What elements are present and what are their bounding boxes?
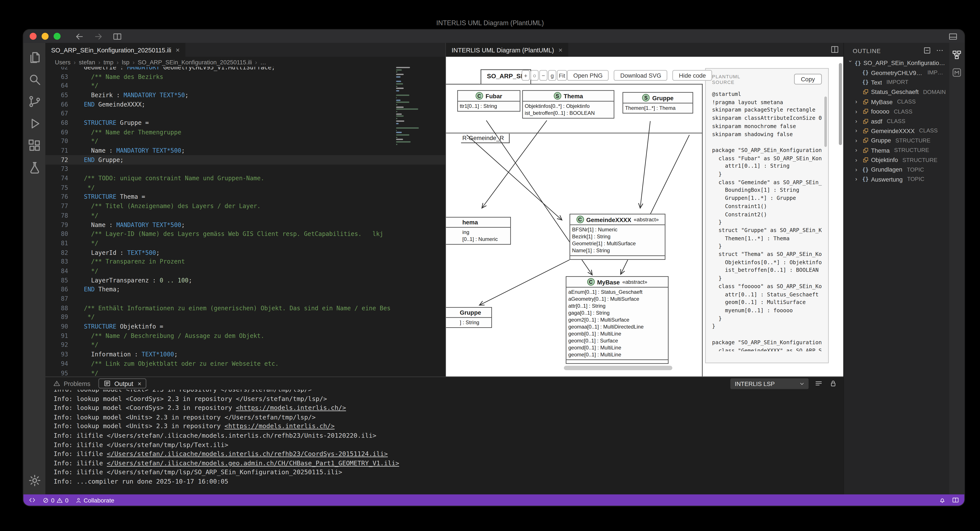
code-token: Bezirk : — [84, 91, 124, 98]
outline-item-asdf[interactable]: ›asdfCLASS — [844, 116, 949, 126]
hide-code-button[interactable]: Hide code — [673, 70, 712, 81]
breadcrumb-item-stefan[interactable]: stefan — [79, 58, 95, 65]
preview-zoom-button[interactable]: + — [522, 70, 530, 81]
problems-status[interactable]: 0 0 — [42, 497, 68, 504]
activity-scm-icon[interactable] — [27, 94, 42, 109]
preview-zoom-button[interactable]: g — [548, 70, 556, 81]
line-number: 76 — [45, 193, 68, 200]
breadcrumb-item-lsp[interactable]: lsp — [122, 58, 129, 65]
panel-toggle-icon[interactable] — [948, 31, 958, 41]
more-actions-icon[interactable] — [935, 46, 944, 55]
collapse-all-icon[interactable] — [923, 46, 932, 55]
lock-icon[interactable] — [829, 379, 838, 388]
chevron-right-icon[interactable]: › — [855, 137, 862, 144]
activity-beaker-icon[interactable] — [27, 160, 42, 175]
back-icon[interactable] — [75, 31, 84, 41]
class-glyph — [862, 156, 869, 163]
source-line: Objektinfos[0..*] : Objektinfo — [712, 258, 822, 266]
chevron-right-icon[interactable]: › — [855, 176, 862, 183]
m-logo-icon[interactable] — [951, 67, 963, 78]
outline-item-status-geschaeft[interactable]: Status_GeschaeftDOMAIN — [844, 87, 949, 97]
panel-tab-output[interactable]: Output× — [99, 378, 146, 388]
chevron-right-icon[interactable]: › — [855, 167, 862, 173]
download-svg-button[interactable]: Download SVG — [614, 70, 667, 81]
log-link[interactable]: </Users/stefan/.ilicache/models.geo.admi… — [107, 459, 399, 466]
panel-tab-problems[interactable]: Problems — [53, 380, 91, 387]
close-icon[interactable]: × — [176, 46, 180, 53]
chevron-down-icon[interactable]: › — [847, 60, 854, 67]
chevron-right-icon[interactable]: › — [855, 99, 862, 105]
breadcrumb-item-users[interactable]: Users — [55, 58, 70, 65]
breadcrumb-item-so-arp-sein-konfiguration-20250115-ili[interactable]: SO_ARP_SEin_Konfiguration_20250115.ili — [138, 58, 252, 65]
output-channel-select[interactable]: INTERLIS LSP — [730, 378, 809, 389]
outline-item-fooooo[interactable]: ›foooooCLASS — [844, 107, 949, 116]
remote-icon[interactable] — [29, 496, 36, 504]
close-icon[interactable]: × — [558, 46, 563, 53]
outline-item-mybase[interactable]: ›MyBaseCLASS — [844, 97, 949, 107]
outline-item-thema[interactable]: ›ThemaSTRUCTURE — [844, 145, 949, 155]
source-scrollbar[interactable] — [824, 97, 827, 147]
activity-search-icon[interactable] — [27, 72, 42, 87]
line-number: 77 — [45, 202, 68, 210]
breadcrumb-item-item[interactable]: … — [260, 58, 266, 65]
outline-item-gruppe[interactable]: ›GruppeSTRUCTURE — [844, 136, 949, 145]
chevron-down-icon — [799, 380, 805, 387]
uml-class-header: SGruppe — [623, 93, 692, 103]
copy-button[interactable]: Copy — [794, 74, 822, 84]
breadcrumb-item-tmp[interactable]: tmp — [103, 58, 113, 65]
log-link[interactable]: <https://models.interlis.ch/> — [224, 423, 334, 430]
structure-icon[interactable] — [951, 49, 963, 60]
source-line: Constraint2() — [712, 210, 822, 218]
log-link[interactable]: <https://models.interlis.ch/> — [236, 404, 346, 411]
preview-scrollbar[interactable] — [839, 63, 842, 145]
code-line: 67 — [45, 109, 445, 118]
minimap[interactable] — [396, 67, 445, 377]
class-glyph — [862, 89, 869, 95]
split-editor-icon[interactable] — [830, 45, 840, 54]
outline-item-so-arp-sein-konfiguration-2[interactable]: ›{}SO_ARP_SEin_Konfiguration_2 — [844, 58, 949, 68]
activity-debug-icon[interactable] — [27, 116, 42, 131]
code-token: MANDATORY — [127, 67, 163, 70]
minimap-line — [396, 102, 409, 103]
braces-glyph: {} — [862, 69, 869, 76]
preview-zoom-button[interactable]: − — [539, 70, 547, 81]
code-editor[interactable]: 62Geometrie : MANDATORY GeometryCHLV95_V… — [45, 67, 445, 377]
tab-uml-diagram[interactable]: INTERLIS UML Diagram (PlantUML) × — [446, 43, 568, 57]
activity-gear-icon[interactable] — [27, 473, 42, 488]
panel-tab-label: Output — [115, 380, 133, 387]
outline-item-geometrychlv95-v1[interactable]: {}GeometryCHLV95_V1IMPORT — [844, 68, 949, 78]
diagram-horizontal-scrollbar[interactable] — [564, 366, 673, 370]
chevron-right-icon[interactable]: › — [855, 118, 862, 124]
chevron-right-icon[interactable]: › — [855, 147, 862, 153]
close-window-button[interactable] — [30, 33, 37, 40]
log-link[interactable]: </Users/stefan/.ilicache/models.interlis… — [107, 450, 388, 457]
chevron-right-icon[interactable]: › — [855, 157, 862, 163]
minimize-window-button[interactable] — [41, 33, 48, 40]
breadcrumb[interactable]: Users›stefan›tmp›lsp›SO_ARP_SEin_Konfigu… — [45, 57, 445, 67]
outline-item-grundlagen[interactable]: ›{}GrundlagenTOPIC — [844, 165, 949, 175]
activity-extensions-icon[interactable] — [27, 138, 42, 153]
outline-item-auswertung[interactable]: ›{}AuswertungTOPIC — [844, 174, 949, 184]
outline-item-gemeindexxxx[interactable]: ›GemeindeXXXXCLASS — [844, 126, 949, 136]
chevron-right-icon[interactable]: › — [855, 108, 862, 114]
output-view[interactable]: Info: lookup model <Text> 2.3 in reposit… — [45, 390, 843, 494]
forward-icon[interactable] — [93, 31, 103, 41]
uml-class-hema: hemaing[0..1] : Numeric — [446, 217, 511, 245]
close-icon[interactable]: × — [138, 380, 142, 387]
collaborate-button[interactable]: Collaborate — [75, 497, 115, 504]
tab-ili-file[interactable]: SO_ARP_SEin_Konfiguration_20250115.ili × — [45, 43, 186, 57]
activity-files-icon[interactable] — [27, 50, 42, 65]
namespace-symbol-icon: {} — [855, 60, 864, 66]
preview-zoom-button[interactable]: Fit — [557, 70, 567, 81]
notifications-icon[interactable] — [939, 496, 946, 504]
chevron-right-icon[interactable]: › — [855, 128, 862, 134]
outline-item-text[interactable]: {}TextIMPORT — [844, 78, 949, 87]
maximize-window-button[interactable] — [54, 33, 60, 40]
open-png-button[interactable]: Open PNG — [567, 70, 609, 81]
lines-icon[interactable] — [814, 379, 823, 388]
preview-zoom-button[interactable]: ○ — [530, 70, 539, 81]
layout-icon[interactable] — [952, 496, 959, 504]
editor-layout-icon[interactable] — [112, 31, 122, 41]
class-symbol-icon — [862, 108, 871, 115]
outline-item-objektinfo[interactable]: ›ObjektinfoSTRUCTURE — [844, 155, 949, 165]
